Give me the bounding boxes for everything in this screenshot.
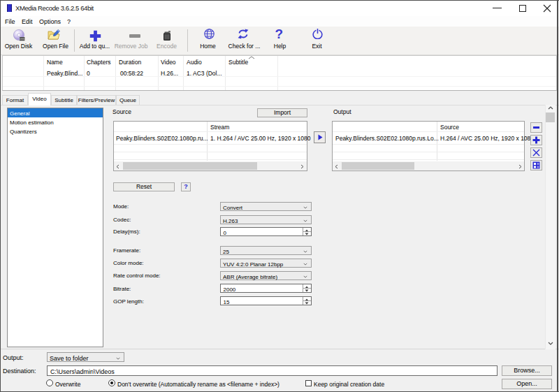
- svg-text:DVD: DVD: [20, 38, 25, 41]
